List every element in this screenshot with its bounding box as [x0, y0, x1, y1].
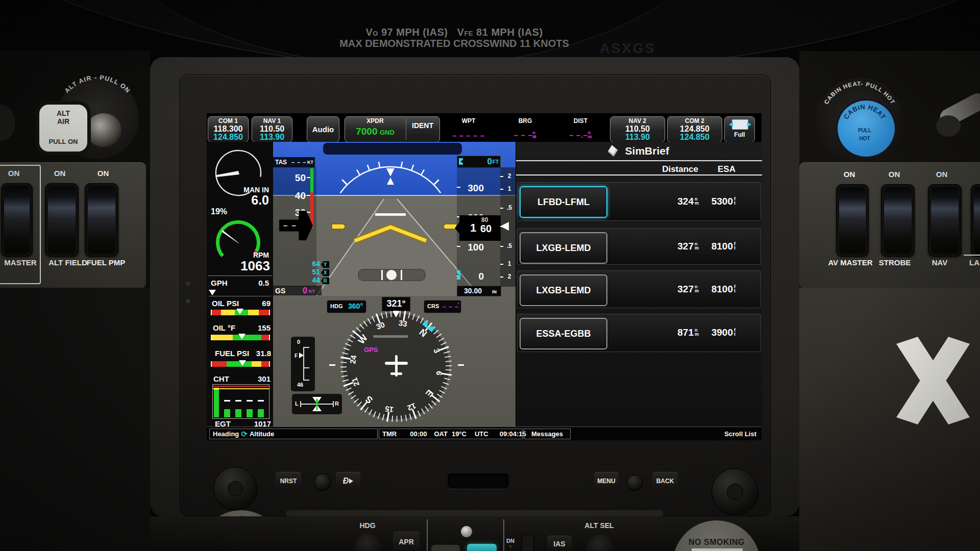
- oil-psi-pointer: [236, 309, 243, 314]
- xpdr-ident-group[interactable]: XPDR 7000 GND IDENT: [345, 116, 440, 142]
- cockpit-view: VO 97 MPH (IAS) VFE 81 MPH (IAS) MAX DEM…: [0, 0, 980, 551]
- ias-button[interactable]: IAS: [547, 536, 572, 551]
- flightplan-row[interactable]: ESSA-EGBB 871 nm 3900 ft: [517, 314, 761, 352]
- wpt-value: – – – – –: [446, 132, 492, 140]
- messages-box[interactable]: Messages: [524, 429, 571, 439]
- nav1-title: NAV 1: [252, 118, 292, 124]
- back-button[interactable]: BACK: [652, 472, 678, 490]
- range-knob[interactable]: [314, 473, 331, 491]
- com1-field[interactable]: COM 1 118.300 124.850: [208, 116, 249, 142]
- full-softkey[interactable]: Full: [724, 116, 755, 142]
- speed-tick: 50: [285, 172, 306, 184]
- baro-value: 30.00: [464, 287, 482, 295]
- switch-state: ON: [929, 170, 954, 179]
- fms-knob-right-inner[interactable]: [727, 484, 743, 500]
- apr-button[interactable]: APR: [393, 532, 420, 551]
- flightplan-row[interactable]: LFBD-LFML 324 nm 5300 ft: [517, 182, 761, 221]
- route-button[interactable]: ESSA-EGBB: [520, 318, 607, 349]
- row-distance: 327: [645, 284, 694, 295]
- trim-mini-switch[interactable]: [522, 535, 534, 551]
- dist-field: DIST – –.–nm: [559, 117, 602, 140]
- switch-label: STROBE: [877, 258, 913, 267]
- vspeed-list: 64Y 51X 44R: [308, 259, 332, 284]
- audio-label: Audio: [312, 125, 334, 134]
- flaps-pointer-label: F: [295, 353, 298, 359]
- row-distance: 324: [645, 196, 694, 207]
- route-button[interactable]: LXGB-LEMD: [520, 274, 607, 306]
- switch-state: ON: [90, 169, 116, 178]
- av-master-switch[interactable]: [836, 184, 869, 257]
- alt-air-knob[interactable]: ALT AIR PULL ON: [36, 101, 91, 155]
- panel-trim-bar: [286, 510, 664, 516]
- menu-button[interactable]: MENU: [594, 472, 619, 490]
- nav2-field[interactable]: NAV 2 110.50 113.90: [610, 116, 665, 142]
- nav2-title: NAV 2: [610, 118, 665, 124]
- row-distance: 327: [645, 241, 694, 252]
- fuel-pump-switch[interactable]: [85, 183, 118, 257]
- oil-psi-value: 69: [262, 299, 271, 308]
- hdg-knob-label: HDG: [355, 521, 380, 530]
- nrst-button[interactable]: NRST: [276, 472, 301, 490]
- divider: [208, 276, 272, 276]
- crsr-knob[interactable]: [627, 474, 643, 491]
- landing-light-switch[interactable]: [971, 184, 980, 257]
- com2-active: 124.850: [668, 124, 722, 133]
- flightplan-row[interactable]: LXGB-LEMD 327 nm 8100 ft: [517, 270, 761, 308]
- bezel-sensor-dot: [186, 282, 191, 287]
- simbrief-header: SimBrief: [516, 145, 762, 157]
- nav-light-switch[interactable]: [928, 184, 962, 257]
- altitude-pointer: 1 80 60: [455, 215, 501, 241]
- xpdr-mode: GND: [380, 129, 395, 136]
- tmr-value: 00:00: [410, 430, 427, 438]
- tas-label: TAS: [275, 159, 287, 166]
- ident-softkey[interactable]: IDENT: [406, 121, 439, 138]
- divider: [209, 296, 271, 296]
- cht-value: 301: [258, 374, 271, 383]
- direct-to-button[interactable]: Ð: [336, 472, 360, 490]
- xpdr-code: 7000: [356, 126, 377, 137]
- display-pane-icon: [732, 119, 748, 130]
- knob-icon: ⟳: [241, 430, 248, 439]
- flightplan-row[interactable]: LXGB-LEMD 327 nm 8100 ft: [517, 228, 761, 265]
- nav1-active: 110.50: [252, 124, 292, 133]
- xpdr-title: XPDR: [345, 118, 405, 124]
- switch-label: MASTER: [0, 258, 41, 267]
- cyan-button[interactable]: [467, 544, 497, 551]
- alt-air-shaft: [86, 113, 121, 147]
- crs-unit: °: [457, 302, 459, 307]
- brg-field: BRG – – –oM: [505, 117, 545, 140]
- wpt-field: WPT – – – – –: [446, 117, 492, 140]
- scroll-list-label: Scroll List: [724, 430, 756, 438]
- brg-value: – – –: [514, 131, 532, 139]
- svg-text:CABIN HEAT: CABIN HEAT: [842, 103, 888, 121]
- route-button[interactable]: LFBD-LFML: [520, 186, 607, 218]
- left-switch-panel: ON ON ON MASTER ALT FIELD FUEL PMP: [0, 162, 146, 288]
- xpdr-field[interactable]: XPDR 7000 GND: [345, 117, 405, 142]
- dn-arrow-icon: ↑: [509, 544, 512, 549]
- left-lower-panel: [0, 288, 150, 551]
- crosswind-placard: MAX DEMONSTRATED CROSSWIND 11 KNOTS: [286, 38, 623, 49]
- pane-arrow-left-icon: [729, 122, 733, 127]
- vspeed-placard: VO 97 MPH (IAS) VFE 81 MPH (IAS): [286, 27, 623, 38]
- alt-field-switch[interactable]: [45, 183, 79, 257]
- com2-field[interactable]: COM 2 124.850 124.850: [667, 116, 722, 142]
- fms-knob-left-inner[interactable]: [228, 481, 243, 496]
- nav-source-label: GPS: [364, 346, 378, 354]
- fuel-psi-pointer: [239, 360, 246, 366]
- nav1-field[interactable]: NAV 1 110.50 113.90: [252, 116, 292, 142]
- simbrief-logo-icon: [608, 145, 618, 156]
- audio-softkey[interactable]: Audio: [307, 116, 339, 142]
- divider: [427, 519, 428, 551]
- strobe-switch[interactable]: [881, 184, 915, 257]
- no-smoking-window: [691, 548, 743, 551]
- route-button[interactable]: LXGB-LEMD: [520, 232, 607, 264]
- svg-text:ALT AIR - PULL ON: ALT AIR - PULL ON: [63, 74, 132, 94]
- gray-button[interactable]: [431, 545, 460, 551]
- speed-tick: 40: [285, 190, 306, 202]
- alt-drum-main: 60: [480, 223, 492, 235]
- utc-label: UTC: [475, 430, 488, 438]
- wpt-title: WPT: [446, 117, 492, 124]
- baro-box[interactable]: 30.00 IN: [457, 286, 501, 296]
- selected-alt-box[interactable]: 0 FT: [457, 156, 501, 168]
- bezel-sensor-dot: [186, 299, 191, 305]
